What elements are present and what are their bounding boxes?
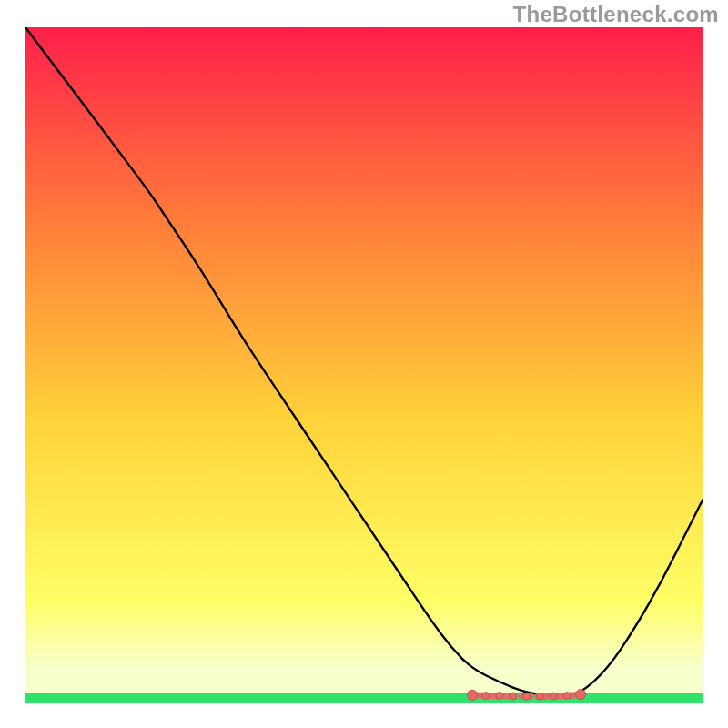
chart-stage: TheBottleneck.com [0,0,728,728]
bottleneck-chart [25,27,703,703]
optimal-marker [576,690,586,700]
optimal-marker [496,693,503,700]
optimal-marker [536,693,543,700]
optimal-marker [482,693,490,700]
optimal-marker [550,693,557,700]
optimal-marker [510,693,517,700]
watermark-text: TheBottleneck.com [513,2,719,27]
optimal-marker [468,690,478,700]
optimal-marker [523,693,531,700]
optimal-marker [563,693,571,700]
green-band [25,693,703,703]
plot-area [25,27,703,703]
gradient-background [25,27,703,703]
